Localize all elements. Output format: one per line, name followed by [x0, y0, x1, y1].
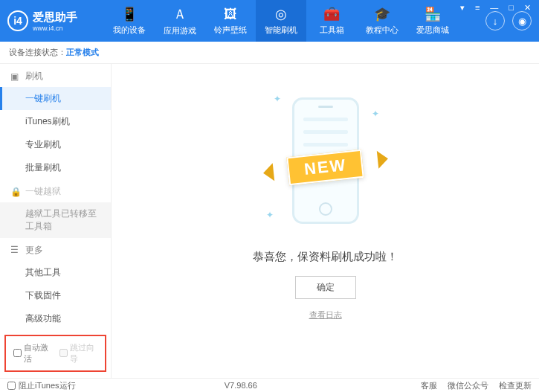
maximize-icon[interactable]: □: [506, 3, 516, 13]
tray-minimize-icon[interactable]: ≡: [473, 3, 482, 13]
sidebar-item-onekey-flash[interactable]: 一键刷机: [0, 87, 111, 110]
tutorial-icon: 🎓: [374, 6, 390, 22]
lock-icon: 🔒: [10, 187, 21, 197]
toolbox-icon: 🧰: [323, 6, 340, 22]
status-label: 设备连接状态：: [9, 47, 66, 58]
tab-store[interactable]: 🏪爱思商城: [407, 0, 458, 42]
view-log-link[interactable]: 查看日志: [309, 309, 342, 321]
sidebar-section-more[interactable]: ☰更多: [0, 238, 111, 261]
nav-tabs: 📱我的设备 Ａ应用游戏 🖼铃声壁纸 ◎智能刷机 🧰工具箱 🎓教程中心 🏪爱思商城: [104, 0, 458, 42]
success-message: 恭喜您，保资料刷机成功啦！: [253, 250, 398, 264]
close-icon[interactable]: ✕: [522, 3, 533, 13]
status-mode: 正常模式: [66, 47, 99, 58]
footer-link-wechat[interactable]: 微信公众号: [448, 380, 488, 391]
chk-block-itunes-input[interactable]: [7, 382, 16, 390]
checkbox-highlight-box: 自动激活 跳过向导: [4, 335, 106, 372]
sidebar-item-other-tools[interactable]: 其他工具: [0, 261, 111, 284]
app-url: www.i4.cn: [33, 25, 77, 32]
app-title: 爱思助手: [33, 10, 77, 25]
tab-apps[interactable]: Ａ应用游戏: [155, 0, 205, 42]
device-icon: 📱: [121, 6, 138, 22]
chk-auto-activate-input[interactable]: [13, 349, 22, 357]
footer-link-update[interactable]: 检查更新: [499, 380, 532, 391]
wallpaper-icon: 🖼: [224, 7, 237, 22]
ok-button[interactable]: 确定: [295, 276, 356, 299]
minimize-icon[interactable]: —: [488, 3, 500, 13]
apps-icon: Ａ: [173, 5, 187, 23]
sidebar-section-jailbreak: 🔒一键越狱: [0, 179, 111, 202]
chk-block-itunes[interactable]: 阻止iTunes运行: [7, 380, 76, 391]
sidebar-section-flash[interactable]: ▣刷机: [0, 64, 111, 87]
tab-smart-flash[interactable]: ◎智能刷机: [256, 0, 306, 42]
chk-skip-guide-input: [59, 349, 68, 357]
store-icon: 🏪: [425, 6, 441, 22]
sidebar-item-itunes-flash[interactable]: iTunes刷机: [0, 110, 111, 133]
chk-skip-guide[interactable]: 跳过向导: [59, 342, 98, 364]
sidebar-item-batch-flash[interactable]: 批量刷机: [0, 156, 111, 179]
logo[interactable]: i4 爱思助手 www.i4.cn: [7, 10, 104, 32]
success-illustration: ✦ ✦ ✦ NEW: [266, 86, 385, 235]
device-name[interactable]: ▯iPhone 15 Pro Max: [0, 376, 111, 378]
tab-my-device[interactable]: 📱我的设备: [104, 0, 155, 42]
sidebar-item-pro-flash[interactable]: 专业刷机: [0, 133, 111, 156]
flash-section-icon: ▣: [10, 71, 21, 82]
chk-auto-activate[interactable]: 自动激活: [13, 342, 52, 364]
tab-tutorials[interactable]: 🎓教程中心: [357, 0, 407, 42]
sidebar-item-advanced[interactable]: 高级功能: [0, 307, 111, 330]
sidebar-item-download-firmware[interactable]: 下载固件: [0, 284, 111, 307]
user-button[interactable]: ◉: [512, 11, 532, 30]
status-bar: 设备连接状态： 正常模式: [0, 42, 539, 64]
version-label: V7.98.66: [225, 381, 257, 390]
footer-link-support[interactable]: 客服: [421, 380, 437, 391]
flash-icon: ◎: [275, 6, 287, 22]
main-content: ✦ ✦ ✦ NEW 恭喜您，保资料刷机成功啦！ 确定 查看日志: [112, 64, 539, 378]
tab-ringtones[interactable]: 🖼铃声壁纸: [205, 0, 256, 42]
logo-icon: i4: [7, 10, 28, 31]
download-button[interactable]: ↓: [485, 11, 505, 30]
footer: 阻止iTunes运行 V7.98.66 客服 微信公众号 检查更新: [0, 378, 539, 392]
tab-toolbox[interactable]: 🧰工具箱: [306, 0, 357, 42]
sidebar: ▣刷机 一键刷机 iTunes刷机 专业刷机 批量刷机 🔒一键越狱 越狱工具已转…: [0, 64, 112, 378]
menu-icon[interactable]: ▾: [458, 3, 467, 13]
more-icon: ☰: [10, 245, 21, 255]
sidebar-item-jailbreak-note[interactable]: 越狱工具已转移至工具箱: [0, 202, 111, 238]
